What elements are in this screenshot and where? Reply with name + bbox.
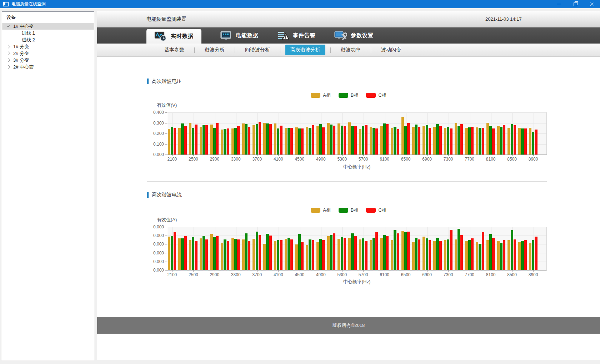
- chevron-right-icon[interactable]: [7, 59, 10, 62]
- legend-item-phase-a[interactable]: A相: [311, 207, 331, 213]
- legend-item-phase-c[interactable]: C相: [366, 207, 386, 213]
- y-tick-label: 0.000: [144, 259, 164, 264]
- bar-A相-6700: [412, 127, 415, 155]
- x-tick-mark: [448, 270, 449, 272]
- bar-B相-8300: [500, 127, 502, 155]
- bar-A相-3100: [221, 243, 223, 270]
- bar-B相-8100: [489, 126, 492, 155]
- tree-item-2-center[interactable]: 2# 中心变: [2, 64, 94, 70]
- chevron-right-icon[interactable]: [7, 65, 10, 69]
- main-tab-bar: 实时数据 电能数据: [97, 27, 600, 44]
- bar-C相-5900: [375, 128, 378, 155]
- subtab-interharmonic-analysis[interactable]: 间谐波分析: [240, 45, 275, 55]
- tree-item-3-sub[interactable]: 3# 分变: [2, 57, 94, 64]
- tab-event-alarm[interactable]: 事件告警: [269, 27, 324, 44]
- x-tick-label: 8500: [507, 272, 517, 277]
- chart-content: 高次谐波电压 A相 B相 C相 有效值(V) 中心频率(Hz): [97, 57, 600, 317]
- bar-B相-5100: [330, 125, 332, 155]
- x-tick-mark: [172, 155, 172, 156]
- bar-B相-7100: [436, 124, 439, 155]
- legend-item-phase-a[interactable]: A相: [311, 92, 331, 98]
- bar-C相-7300: [450, 230, 452, 270]
- sub-tab-bar: 基本参数 谐波分析 间谐波分析 高次谐波分析 谐波功率 波动闪变: [97, 44, 600, 57]
- bar-B相-4300: [288, 238, 290, 270]
- x-tick-mark: [236, 155, 236, 156]
- tree-item-incoming-2[interactable]: 进线 2: [2, 36, 94, 43]
- bar-B相-5900: [372, 238, 375, 270]
- bar-A相-4900: [316, 126, 319, 155]
- subtab-high-order-harmonic[interactable]: 高次谐波分析: [285, 45, 325, 55]
- subtab-fluctuation-flicker[interactable]: 波动闪变: [376, 45, 406, 55]
- x-tick-mark: [193, 270, 194, 272]
- tree-item-1-center[interactable]: 1# 中心变: [2, 23, 94, 30]
- x-tick-label: 2500: [189, 272, 198, 277]
- minimize-button[interactable]: [551, 0, 567, 8]
- subtab-harmonic-analysis[interactable]: 谐波分析: [200, 45, 230, 55]
- bar-C相-2900: [216, 123, 219, 155]
- close-button[interactable]: [584, 0, 600, 8]
- main-area: 电能质量监测装置 2021-11-03 14:17 实时数据: [97, 11, 600, 360]
- section-marker-icon: [147, 79, 149, 84]
- bar-A相-6100: [380, 126, 382, 155]
- bar-B相-4900: [319, 124, 322, 155]
- bar-C相-6500: [407, 232, 410, 270]
- phase-a-swatch: [311, 93, 320, 98]
- legend-item-phase-b[interactable]: B相: [339, 207, 359, 213]
- subtab-harmonic-power[interactable]: 谐波功率: [336, 45, 366, 55]
- bar-A相-2100: [168, 237, 170, 270]
- bar-A相-5700: [359, 239, 361, 270]
- bar-C相-3500: [248, 127, 250, 155]
- y-tick-label: 0.400: [144, 110, 164, 115]
- copyright-text: 版权所有©2018: [332, 322, 365, 329]
- x-tick-mark: [172, 270, 172, 272]
- gridline: [167, 227, 546, 227]
- bar-C相-3100: [227, 128, 229, 155]
- tab-energy-data[interactable]: 电能数据: [212, 27, 266, 44]
- x-tick-mark: [278, 155, 279, 156]
- bar-C相-7900: [482, 232, 484, 270]
- legend-item-phase-b[interactable]: B相: [339, 92, 359, 98]
- legend-item-phase-c[interactable]: C相: [366, 92, 386, 98]
- bar-B相-2500: [192, 128, 194, 155]
- bar-A相-8500: [508, 240, 510, 270]
- restore-button[interactable]: [567, 0, 584, 8]
- x-tick-label: 7700: [465, 272, 474, 277]
- bar-A相-2700: [200, 127, 202, 155]
- bar-B相-4700: [309, 239, 311, 270]
- x-tick-mark: [215, 155, 215, 156]
- tree-item-2-sub[interactable]: 2# 分变: [2, 50, 94, 57]
- bar-C相-5300: [344, 126, 346, 155]
- bar-A相-8300: [497, 241, 500, 270]
- bar-B相-3300: [234, 128, 237, 155]
- bar-A相-6700: [412, 242, 415, 270]
- tree-item-incoming-1[interactable]: 进线 1: [2, 30, 94, 36]
- x-tick-label: 8500: [507, 157, 517, 162]
- phase-c-swatch: [366, 93, 376, 98]
- bar-C相-3900: [269, 236, 272, 270]
- bar-B相-4100: [277, 128, 279, 155]
- chevron-down-icon[interactable]: [7, 24, 10, 27]
- subtab-basic-params[interactable]: 基本参数: [159, 45, 189, 55]
- x-tick-label: 5300: [337, 157, 347, 162]
- bar-B相-3700: [256, 232, 258, 270]
- bar-A相-4100: [274, 123, 276, 155]
- bar-B相-4300: [288, 128, 290, 155]
- bar-C相-7500: [460, 235, 463, 270]
- tab-realtime-data[interactable]: 实时数据: [146, 29, 201, 44]
- y-tick-mark: [165, 112, 167, 113]
- bar-A相-4500: [295, 244, 298, 270]
- chevron-right-icon[interactable]: [7, 52, 10, 55]
- x-tick-label: 4500: [295, 157, 304, 162]
- bar-B相-3300: [234, 239, 237, 270]
- x-tick-label: 7300: [444, 157, 453, 162]
- gridline: [167, 112, 546, 113]
- bar-B相-7500: [458, 229, 460, 270]
- bar-C相-2300: [184, 126, 187, 155]
- y-tick-label: 0.200: [144, 131, 164, 136]
- bar-A相-2900: [210, 234, 212, 270]
- tree-item-1-sub[interactable]: 1# 分变: [2, 43, 94, 50]
- y-tick-label: 0.300: [144, 121, 164, 126]
- chevron-right-icon[interactable]: [7, 45, 10, 49]
- tab-settings[interactable]: 参数设置: [326, 27, 381, 44]
- bar-A相-4700: [306, 245, 308, 270]
